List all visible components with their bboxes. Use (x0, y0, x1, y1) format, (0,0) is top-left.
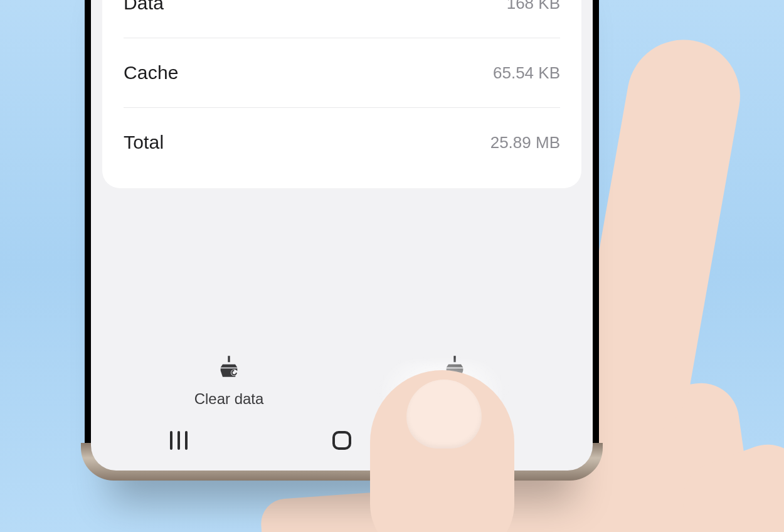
clear-data-button[interactable]: Clear data (116, 354, 342, 408)
storage-row-cache[interactable]: Cache 65.54 KB (124, 38, 560, 107)
storage-row-value: 65.54 KB (493, 63, 560, 83)
action-bar: Clear data Clear cache (91, 338, 593, 415)
action-label: Clear data (194, 390, 264, 408)
storage-card: Data 168 KB Cache 65.54 KB Total 25.89 M… (102, 0, 581, 188)
phone-screen: Data 168 KB Cache 65.54 KB Total 25.89 M… (91, 0, 593, 471)
storage-row-label: Total (124, 132, 164, 153)
phone-frame: Data 168 KB Cache 65.54 KB Total 25.89 M… (85, 0, 599, 477)
storage-row-data[interactable]: Data 168 KB (124, 0, 560, 38)
nav-home-button[interactable] (323, 427, 361, 454)
storage-row-label: Data (124, 0, 164, 14)
storage-row-total[interactable]: Total 25.89 MB (124, 107, 560, 177)
broom-refresh-icon (216, 354, 241, 383)
storage-row-value: 25.89 MB (490, 133, 560, 152)
stage: Data 168 KB Cache 65.54 KB Total 25.89 M… (0, 0, 784, 532)
storage-row-label: Cache (124, 62, 179, 83)
storage-row-value: 168 KB (507, 0, 560, 13)
nav-recents-button[interactable] (160, 427, 198, 454)
android-nav-bar (91, 415, 593, 471)
hand-thumb-nail (406, 380, 482, 449)
